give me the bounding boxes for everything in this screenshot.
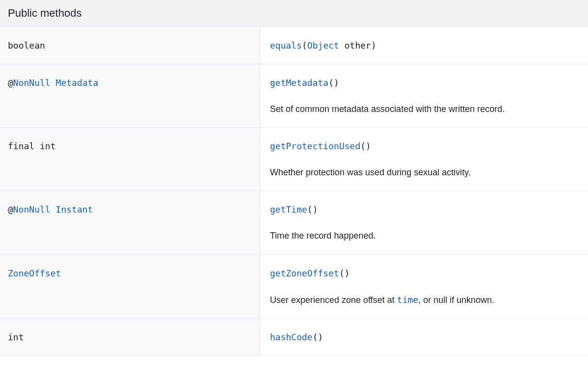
api-link[interactable]: getZoneOffset: [270, 268, 339, 278]
table-row: inthashCode(): [0, 319, 588, 356]
api-link[interactable]: hashCode: [270, 332, 313, 342]
text: Whether protection was used during sexua…: [270, 167, 471, 177]
api-link[interactable]: Metadata: [56, 78, 99, 88]
method-description: Set of common metadata associated with t…: [270, 103, 578, 115]
return-type-cell: int: [0, 319, 260, 355]
text: @: [8, 204, 13, 215]
api-link[interactable]: Object: [307, 40, 339, 51]
method-signature: hashCode(): [270, 330, 578, 344]
table-row: booleanequals(Object other): [0, 27, 588, 64]
api-link[interactable]: NonNull: [13, 78, 51, 88]
return-type-cell: final int: [0, 128, 260, 190]
text: , or null if unknown.: [418, 295, 494, 305]
api-link[interactable]: getProtectionUsed: [270, 141, 360, 151]
api-link[interactable]: ZoneOffset: [8, 268, 61, 278]
method-description: Whether protection was used during sexua…: [270, 166, 578, 179]
text: (: [302, 40, 307, 51]
return-type-cell: @NonNull Instant: [0, 191, 260, 254]
api-link[interactable]: equals: [270, 40, 302, 51]
text: (): [307, 204, 318, 215]
text: int: [8, 332, 24, 342]
table-row: final intgetProtectionUsed()Whether prot…: [0, 128, 588, 191]
return-type-cell: boolean: [0, 27, 260, 64]
text: (): [328, 78, 339, 88]
text: final int: [8, 141, 56, 151]
return-type-cell: ZoneOffset: [0, 255, 260, 318]
signature-cell: getProtectionUsed()Whether protection wa…: [260, 128, 588, 190]
table-row: @NonNull InstantgetTime()Time the record…: [0, 191, 588, 254]
text: (): [360, 141, 371, 151]
signature-cell: getZoneOffset()User experienced zone off…: [260, 255, 588, 318]
text: @: [8, 78, 13, 88]
api-link[interactable]: NonNull: [13, 204, 51, 215]
return-type-cell: @NonNull Metadata: [0, 64, 260, 127]
text: Set of common metadata associated with t…: [270, 104, 505, 114]
api-link[interactable]: Instant: [56, 204, 93, 215]
text: [51, 204, 56, 215]
signature-cell: getTime()Time the record happened.: [260, 191, 588, 254]
section-header: Public methods: [0, 0, 588, 27]
method-signature: getZoneOffset(): [270, 267, 578, 280]
api-link[interactable]: getTime: [270, 204, 307, 215]
api-link[interactable]: time: [397, 295, 418, 305]
text: User experienced zone offset at: [270, 295, 397, 305]
method-description: User experienced zone offset at time, or…: [270, 294, 578, 306]
signature-cell: hashCode(): [260, 319, 588, 355]
text: [51, 78, 56, 88]
method-signature: equals(Object other): [270, 39, 578, 52]
methods-table: booleanequals(Object other)@NonNull Meta…: [0, 27, 588, 356]
method-signature: getTime(): [270, 203, 578, 216]
text: other): [339, 40, 376, 51]
text: boolean: [8, 40, 45, 51]
text: Time the record happened.: [270, 231, 375, 241]
method-signature: getMetadata(): [270, 76, 578, 89]
method-signature: getProtectionUsed(): [270, 139, 578, 153]
text: (): [339, 268, 350, 278]
text: (): [313, 332, 323, 342]
api-link[interactable]: getMetadata: [270, 78, 328, 88]
table-row: @NonNull MetadatagetMetadata()Set of com…: [0, 64, 588, 128]
signature-cell: equals(Object other): [260, 27, 588, 64]
table-row: ZoneOffsetgetZoneOffset()User experience…: [0, 255, 588, 319]
method-description: Time the record happened.: [270, 230, 578, 242]
signature-cell: getMetadata()Set of common metadata asso…: [260, 64, 588, 127]
